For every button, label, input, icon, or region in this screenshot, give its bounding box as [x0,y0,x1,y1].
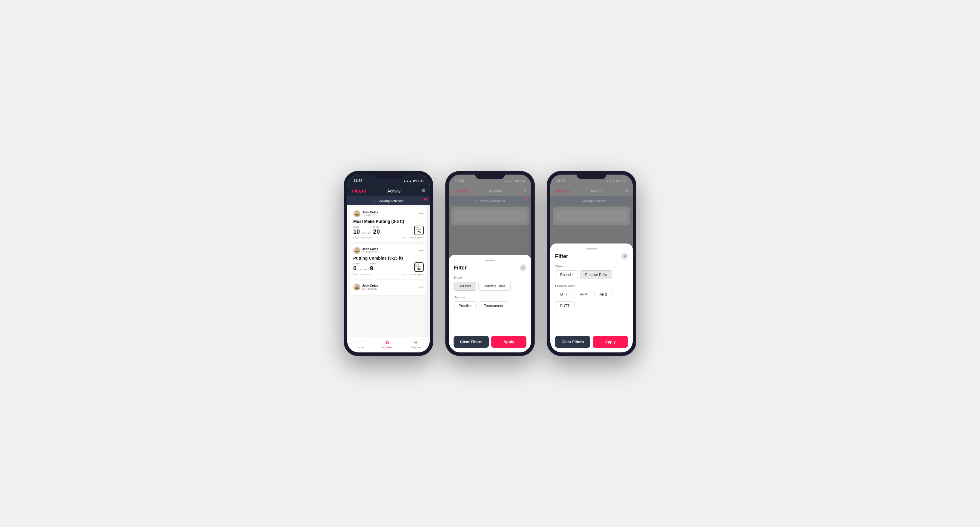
rounds-btn-2[interactable]: Rounds [453,282,476,290]
shots-group-1: Shots 20 [373,225,380,235]
out-of-2: OUT OF [359,268,368,271]
stats-row-2: Score 0 OUT OF Shots 9 Shot Quality 45 [353,262,424,272]
user-name-2: Josh Coles [362,248,378,251]
filter-header-2: Filter ✕ [453,264,527,271]
shot-quality-badge-1: Shot Quality 75 [414,225,424,235]
putt-btn-3[interactable]: PUTT [555,302,574,310]
card-header-3: Josh Coles 28 Feb 2023 ••• [353,284,424,290]
signal-icon: ▲▲▲ [403,179,412,183]
bottom-nav-1: ⌂ Home ♻ Activities ⊕ Capture [347,337,430,352]
footer-left-1: ℹ Test Information [353,237,372,239]
practice-drills-btn-3[interactable]: Practice Drills [580,270,612,279]
show-buttons-3: Rounds Practice Drills [555,270,628,279]
activities-label-1: Activities [382,346,393,349]
apply-btn-2[interactable]: Apply [491,336,527,348]
footer-right-1: Data: Clippd Capture [401,237,424,239]
viewing-bar-1[interactable]: ⊙ Viewing Activities [347,196,430,205]
notch-2 [475,171,505,179]
card-footer-1: ℹ Test Information Data: Clippd Capture [353,237,424,239]
more-dots-2[interactable]: ••• [418,248,424,253]
user-name-3: Josh Coles [362,284,378,287]
filter-sheet-2: Filter ✕ Show Rounds Practice Drills Rou… [449,255,531,352]
user-details-1: Josh Coles 28 Feb 2023 [362,211,378,217]
capture-icon-1: ⊕ [414,340,418,345]
filter-handle-3 [586,248,597,249]
sq-label-2: Shot Quality [415,264,423,267]
arg-btn-3[interactable]: ARG [595,290,612,299]
shots-label-2: Shots [370,262,376,265]
menu-icon-1[interactable]: ≡ [422,188,425,194]
filter-title-3: Filter [555,253,568,260]
avatar-inner-3 [353,284,360,290]
filter-overlay-2: Filter ✕ Show Rounds Practice Drills Rou… [449,175,531,352]
activity-title-1: Must Make Putting (3-6 ft) [353,219,424,224]
show-buttons-2: Rounds Practice Drills [453,282,527,290]
nav-capture-1[interactable]: ⊕ Capture [411,340,420,349]
sq-value-1: 75 [417,230,421,234]
practice-option-2[interactable]: Practice [453,302,477,310]
stats-row-1: Score 10 OUT OF Shots 20 Shot Quality 75 [353,225,424,235]
wifi-icon: WiFi [413,179,419,183]
filter-close-2[interactable]: ✕ [520,264,527,271]
filter-handle-2 [485,260,495,261]
user-info-1: Josh Coles 28 Feb 2023 [353,210,378,217]
notch-3 [577,171,606,179]
score-label-2: Score [353,262,368,265]
score-value-2: 0 [353,265,356,271]
shots-value-1: 20 [373,228,380,235]
ott-btn-3[interactable]: OTT [555,290,573,299]
phone-1: 11:33 ▲▲▲ WiFi 31 clippd Activity ≡ ⊙ Vi… [344,171,433,356]
activities-icon-1: ♻ [385,340,389,345]
nav-activities-1[interactable]: ♻ Activities [382,340,393,349]
home-icon-1: ⌂ [359,340,361,345]
shots-value-2: 9 [370,265,373,271]
rounds-btn-3[interactable]: Rounds [555,270,578,279]
filter-title-2: Filter [453,265,467,271]
filter-close-3[interactable]: ✕ [621,253,628,260]
user-name-1: Josh Coles [362,211,378,214]
avatar-inner-1 [353,210,360,217]
viewing-icon-1: ⊙ [374,199,377,203]
practice-drills-btn-2[interactable]: Practice Drills [478,282,510,290]
tournament-option-2[interactable]: Tournament [479,302,508,310]
home-label-1: Home [356,346,364,349]
shots-group-2: Shots 9 [370,262,376,272]
user-details-3: Josh Coles 28 Feb 2023 [362,284,378,290]
more-dots-1[interactable]: ••• [418,211,424,216]
score-value-1: 10 [353,228,360,235]
nav-home-1[interactable]: ⌂ Home [356,340,364,349]
sq-label-1: Shot Quality [415,227,423,230]
phone-2: 11:33 ▲▲▲ WiFi 31 clippd Activity ≡ ⊙ Vi… [445,171,535,356]
filter-header-3: Filter ✕ [555,253,628,260]
filter-footer-2: Clear Filters Apply [453,336,527,348]
clear-filters-btn-2[interactable]: Clear Filters [453,336,489,348]
capture-label-1: Capture [411,346,420,349]
more-dots-3[interactable]: ••• [418,285,424,289]
user-details-2: Josh Coles 28 Feb 2023 [362,248,378,254]
spacer-3 [555,315,628,330]
avatar-2 [353,247,360,254]
app-btn-3[interactable]: APP [575,290,592,299]
out-of-1: OUT OF [362,232,371,234]
avatar-3 [353,284,360,290]
filter-overlay-3: Filter ✕ Show Rounds Practice Drills Pra… [550,175,633,352]
sq-value-2: 45 [417,267,421,271]
footer-left-2: ℹ Test Information [353,273,372,276]
logo-1: clippd [352,188,366,194]
apply-btn-3[interactable]: Apply [593,336,628,348]
shot-quality-badge-2: Shot Quality 45 [414,262,424,272]
avatar-inner-2 [353,247,360,254]
user-date-1: 28 Feb 2023 [362,214,378,217]
rounds-section-label-2: Rounds [453,295,527,299]
clear-filters-btn-3[interactable]: Clear Filters [555,336,590,348]
user-info-2: Josh Coles 28 Feb 2023 [353,247,378,254]
svg-point-1 [356,248,358,250]
phone-2-screen: 11:33 ▲▲▲ WiFi 31 clippd Activity ≡ ⊙ Vi… [449,175,531,352]
activity-list-1: Josh Coles 28 Feb 2023 ••• Must Make Put… [347,205,430,337]
notification-dot-1 [424,198,427,200]
phone-3: 11:33 ▲▲▲ WiFi 31 clippd Activity ≡ ⊙ Vi… [547,171,636,356]
filter-sheet-3: Filter ✕ Show Rounds Practice Drills Pra… [550,243,633,352]
activity-title-2: Putting Combine (3-15 ft) [353,256,424,260]
show-label-3: Show [555,264,628,268]
rounds-buttons-2: Practice Tournament [453,302,527,310]
